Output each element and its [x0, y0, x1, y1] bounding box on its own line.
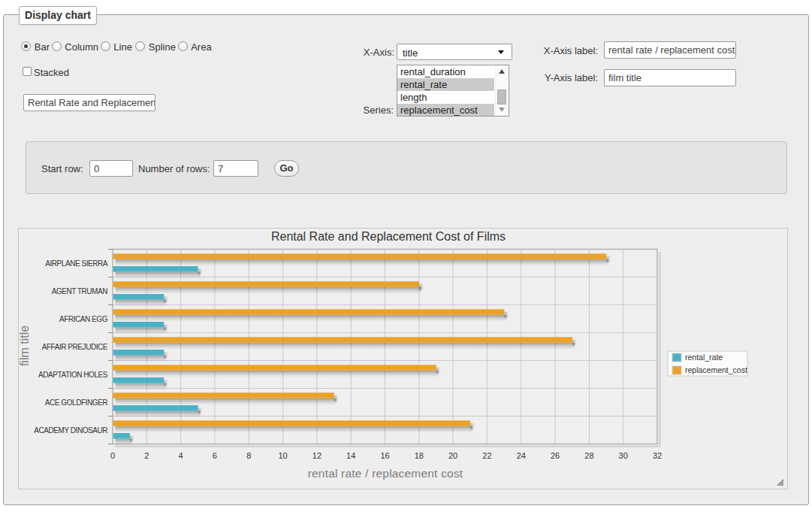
svg-text:AFFAIR PREJUDICE: AFFAIR PREJUDICE [42, 343, 108, 351]
svg-text:20: 20 [448, 451, 457, 460]
svg-text:AIRPLANE SIERRA: AIRPLANE SIERRA [45, 259, 108, 268]
svg-text:ADAPTATION HOLES: ADAPTATION HOLES [38, 371, 108, 379]
svg-text:AGENT TRUMAN: AGENT TRUMAN [52, 287, 107, 295]
svg-text:18: 18 [415, 451, 424, 460]
svg-text:12: 12 [312, 451, 321, 460]
svg-text:4: 4 [179, 451, 183, 460]
svg-text:Rental Rate and Replacement Co: Rental Rate and Replacement Cost of Film… [271, 230, 506, 243]
svg-text:10: 10 [278, 451, 287, 460]
svg-text:ACADEMY DINOSAUR: ACADEMY DINOSAUR [34, 426, 107, 435]
svg-text:film title: film title [19, 326, 31, 366]
svg-text:ACE GOLDFINGER: ACE GOLDFINGER [45, 398, 107, 407]
svg-text:24: 24 [517, 451, 526, 460]
svg-text:16: 16 [380, 451, 389, 460]
svg-text:14: 14 [346, 451, 355, 460]
svg-text:rental rate / replacement cost: rental rate / replacement cost [308, 467, 463, 480]
svg-text:26: 26 [551, 451, 560, 460]
svg-text:22: 22 [482, 451, 491, 460]
svg-text:rental_rate: rental_rate [685, 353, 723, 362]
svg-text:30: 30 [619, 451, 628, 460]
svg-text:AFRICAN EGG: AFRICAN EGG [59, 315, 108, 323]
svg-text:6: 6 [213, 451, 217, 460]
svg-text:8: 8 [246, 451, 251, 460]
svg-text:28: 28 [584, 451, 593, 460]
svg-text:replacement_cost: replacement_cost [685, 365, 747, 374]
svg-text:32: 32 [653, 451, 662, 460]
svg-text:0: 0 [110, 451, 115, 460]
svg-text:2: 2 [144, 451, 149, 460]
